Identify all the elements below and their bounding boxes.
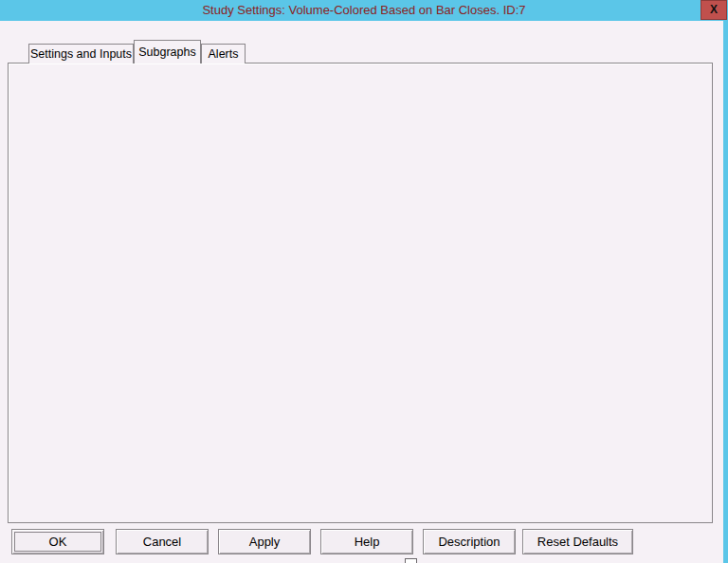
tab-label: Subgraphs — [138, 45, 195, 59]
tab-page — [8, 63, 713, 523]
cancel-button[interactable]: Cancel — [116, 529, 209, 554]
help-button[interactable]: Help — [320, 529, 413, 554]
tab-subgraphs[interactable]: Subgraphs — [134, 40, 201, 64]
close-icon[interactable] — [701, 0, 727, 20]
title-bar: Study Settings: Volume-Colored Based on … — [0, 0, 728, 21]
window-border — [723, 21, 728, 563]
description-button[interactable]: Description — [423, 529, 516, 554]
ok-button[interactable]: OK — [11, 529, 104, 554]
study-settings-dialog: Study Settings: Volume-Colored Based on … — [0, 0, 728, 563]
dialog-title: Study Settings: Volume-Colored Based on … — [0, 3, 728, 17]
tab-alerts[interactable]: Alerts — [201, 44, 246, 64]
tab-label: Settings and Inputs — [30, 47, 132, 61]
apply-button[interactable]: Apply — [218, 529, 311, 554]
reset-defaults-button[interactable]: Reset Defaults — [522, 529, 633, 554]
tab-settings-and-inputs[interactable]: Settings and Inputs — [28, 44, 134, 64]
partially-visible-checkbox[interactable] — [405, 558, 417, 563]
tab-label: Alerts — [209, 47, 239, 61]
